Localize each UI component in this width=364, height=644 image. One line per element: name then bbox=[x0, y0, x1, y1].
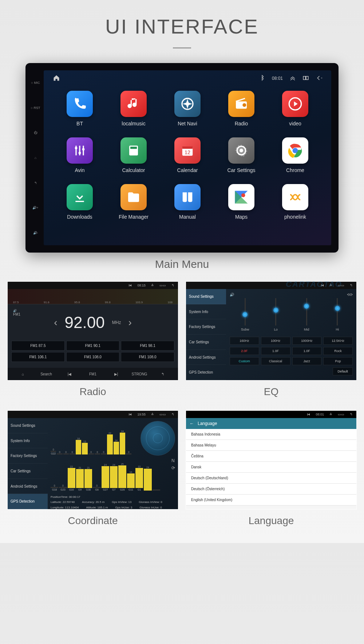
sidebar-item[interactable]: Sound Settings bbox=[186, 289, 226, 304]
home-icon[interactable] bbox=[53, 74, 60, 83]
gear-icon bbox=[228, 137, 254, 164]
app-chrome[interactable]: Chrome bbox=[272, 137, 318, 173]
eq-button[interactable]: Classical bbox=[261, 357, 290, 365]
eq-button[interactable]: Jazz bbox=[292, 357, 322, 365]
search-button[interactable]: Search bbox=[35, 372, 58, 376]
status-time: 08:15 bbox=[137, 284, 146, 287]
language-list: Bahasa IndonesiaBahasa MelayuČeštinaDans… bbox=[186, 429, 356, 506]
tune-left-icon[interactable]: ‹ bbox=[54, 317, 57, 328]
app-car-settings[interactable]: Car Settings bbox=[218, 137, 265, 173]
preset-button[interactable]: FM1 87.5 bbox=[11, 341, 65, 351]
home-button[interactable]: ⌂ bbox=[11, 372, 35, 376]
preset-button[interactable]: FM1 106.1 bbox=[11, 352, 65, 362]
language-item[interactable]: English (United Kingdom) bbox=[186, 495, 356, 506]
preset-button[interactable]: FM1 90.1 bbox=[66, 341, 120, 351]
language-item[interactable]: Dansk bbox=[186, 462, 356, 473]
expand-icon[interactable]: ≙ bbox=[151, 284, 154, 287]
app-calendar[interactable]: 12Calendar bbox=[164, 137, 211, 173]
sidebar-item[interactable]: GPS Detection bbox=[8, 494, 48, 509]
app-avin[interactable]: Avin bbox=[56, 137, 103, 173]
language-item[interactable]: Deutsch (Deutschland) bbox=[186, 473, 356, 484]
svg-point-19 bbox=[241, 194, 245, 198]
app-bt[interactable]: BT bbox=[56, 91, 103, 126]
app-manual[interactable]: Manual bbox=[164, 184, 211, 220]
eq-button[interactable]: 1000Hz bbox=[292, 337, 322, 345]
eq-button[interactable]: Rock bbox=[323, 347, 353, 355]
eq-button[interactable]: 12.5KHz bbox=[323, 337, 353, 345]
prev-button[interactable]: |◀ bbox=[58, 372, 81, 376]
page-title: UI INTERFACE bbox=[0, 0, 364, 42]
app-localmusic[interactable]: localmusic bbox=[110, 91, 157, 126]
return-button[interactable]: ↰ bbox=[151, 372, 174, 376]
back-icon[interactable]: ↰ bbox=[171, 284, 174, 287]
default-button[interactable]: Default bbox=[333, 367, 353, 375]
eq-slider-subw[interactable]: Subw bbox=[238, 298, 252, 335]
app-radio[interactable]: Radio bbox=[218, 91, 265, 126]
app-calculator[interactable]: Calculator bbox=[110, 137, 157, 173]
eq-button[interactable]: Custom bbox=[230, 357, 259, 365]
radio-tuning-dial[interactable]: 87.591.695.899.8103.9108 bbox=[8, 289, 178, 304]
coord-caption: Coordinate bbox=[7, 515, 178, 527]
back-icon[interactable] bbox=[316, 75, 322, 82]
sidebar-item[interactable]: System Info bbox=[186, 304, 226, 320]
language-item[interactable]: Deutsch (Österreich) bbox=[186, 484, 356, 495]
eq-sliders: SubwLoMidHi bbox=[230, 298, 353, 335]
eq-right-icon[interactable]: ⟲⟳ bbox=[347, 293, 353, 297]
dial-mark: 91.6 bbox=[44, 301, 50, 304]
satellite-bar: 0G8 bbox=[93, 484, 100, 491]
next-button[interactable]: ▶| bbox=[104, 372, 128, 376]
recent-apps-icon[interactable] bbox=[302, 75, 309, 82]
language-item[interactable]: Bahasa Indonesia bbox=[186, 429, 356, 440]
app-downloads[interactable]: Downloads bbox=[56, 184, 103, 220]
satellite-bar: 16G11 bbox=[127, 470, 135, 491]
expand-icon[interactable] bbox=[289, 75, 296, 82]
band-button[interactable]: FM1 bbox=[81, 372, 104, 376]
app-net-navi[interactable]: Net Navi bbox=[164, 91, 211, 126]
sidebar-item[interactable]: System Info bbox=[8, 433, 48, 449]
app-phonelink[interactable]: phonelink bbox=[272, 184, 318, 220]
preset-button[interactable]: FM1 98.1 bbox=[121, 341, 174, 351]
eq-button[interactable]: 100Hz bbox=[261, 337, 290, 345]
strong-button[interactable]: STRONG bbox=[128, 372, 151, 376]
vol-down-icon[interactable]: 🔊- bbox=[29, 231, 42, 235]
preset-button[interactable]: FM1 108.0 bbox=[66, 352, 120, 362]
eq-left-icon[interactable]: 🔊 bbox=[230, 293, 234, 297]
eq-slider-lo[interactable]: Lo bbox=[269, 298, 283, 335]
sidebar-item[interactable]: Car Settings bbox=[186, 335, 226, 350]
sidebar-item[interactable]: Factory Settings bbox=[8, 448, 48, 464]
language-item[interactable]: Čeština bbox=[186, 451, 356, 462]
app-maps[interactable]: Maps bbox=[218, 184, 265, 220]
sidebar-item[interactable]: Sound Settings bbox=[8, 418, 48, 433]
sat-refresh-icon[interactable]: ⟳ bbox=[171, 465, 175, 471]
head-unit-frame: ○ MIC ○ RST ⏻ ⌂ ↰ 🔊+ 🔊- 08:01 bbox=[25, 63, 339, 253]
language-item[interactable]: Bahasa Melayu bbox=[186, 440, 356, 451]
home-hw-icon[interactable]: ⌂ bbox=[29, 156, 42, 160]
sidebar-item[interactable]: Android Settings bbox=[186, 350, 226, 365]
power-icon[interactable]: ⏻ bbox=[29, 131, 42, 134]
preset-grid: FM1 87.5FM1 90.1FM1 98.1FM1 106.1FM1 108… bbox=[8, 341, 178, 362]
sidebar-item[interactable]: Factory Settings bbox=[186, 319, 226, 335]
eq-button[interactable]: 1.0F bbox=[261, 347, 290, 355]
vol-up-icon[interactable]: 🔊+ bbox=[29, 206, 42, 210]
tune-right-icon[interactable]: › bbox=[128, 317, 131, 328]
eq-button[interactable]: 1.0F bbox=[292, 347, 322, 355]
back-hw-icon[interactable]: ↰ bbox=[29, 181, 42, 185]
sidebar-item[interactable]: Car Settings bbox=[8, 464, 48, 479]
eq-button[interactable]: 2.0F bbox=[230, 347, 259, 355]
eq-slider-hi[interactable]: Hi bbox=[330, 298, 345, 335]
eq-button[interactable]: 160Hz bbox=[230, 337, 259, 345]
eq-slider-mid[interactable]: Mid bbox=[299, 298, 314, 335]
app-video[interactable]: video bbox=[272, 91, 318, 126]
preset-button[interactable]: FM1 108.0 bbox=[121, 352, 174, 362]
back-arrow-icon[interactable]: ← bbox=[190, 421, 194, 426]
eq-button[interactable]: Pop bbox=[323, 357, 353, 365]
recent-icon[interactable]: ▭▭ bbox=[159, 284, 166, 287]
app-file-manager[interactable]: File Manager bbox=[110, 184, 157, 220]
eq-panel: ⧒≙▭▭↰ Sound SettingsSystem InfoFactory S… bbox=[186, 281, 357, 380]
lang-status-bar: ⧒ 08:01 ≙▭▭↰ bbox=[186, 411, 356, 418]
status-time: 08:01 bbox=[272, 76, 283, 81]
sidebar-item[interactable]: Android Settings bbox=[8, 479, 48, 494]
sidebar-item[interactable]: GPS Detection bbox=[186, 365, 226, 380]
satellite-bar: 21G9 bbox=[76, 466, 84, 491]
dial-mark: 108 bbox=[168, 301, 173, 304]
